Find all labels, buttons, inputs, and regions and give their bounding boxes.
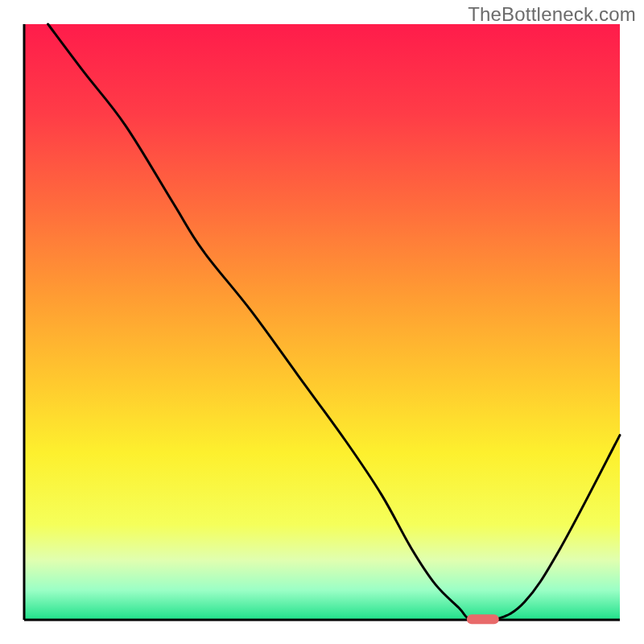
watermark-text: TheBottleneck.com: [468, 3, 636, 26]
chart-container: TheBottleneck.com: [0, 0, 644, 644]
optimal-marker: [467, 614, 499, 624]
chart-background: [24, 24, 620, 620]
bottleneck-chart: [0, 0, 644, 644]
